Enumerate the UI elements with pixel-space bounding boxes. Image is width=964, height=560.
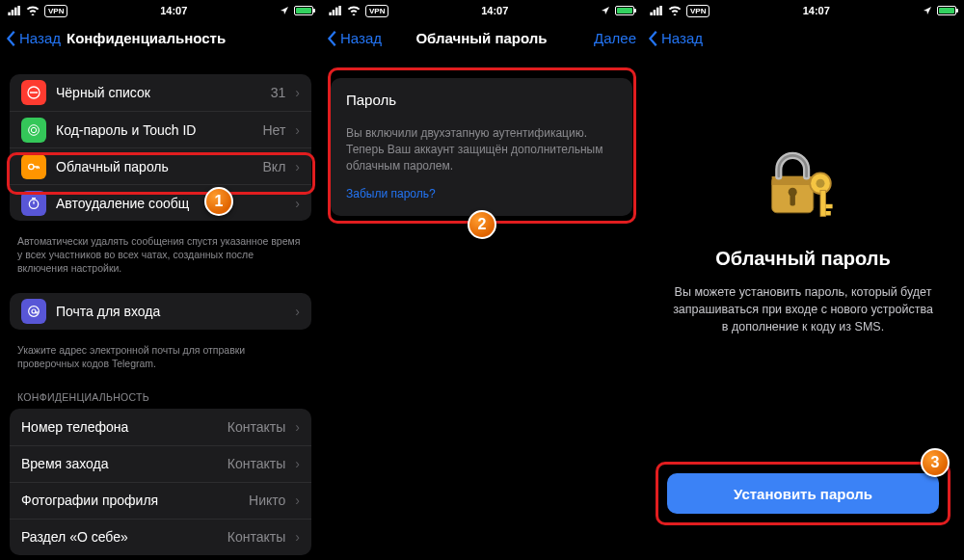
chevron-right-icon: ›: [295, 196, 300, 211]
row-bio[interactable]: Раздел «О себе» Контакты ›: [10, 519, 311, 555]
vpn-badge: VPN: [44, 5, 67, 17]
row-auto-delete[interactable]: Автоудаление сообщ ›: [10, 184, 311, 221]
next-button[interactable]: Далее: [594, 30, 636, 46]
row-value: Контакты: [228, 456, 285, 471]
row-value: Контакты: [228, 529, 285, 545]
svg-rect-32: [825, 204, 832, 209]
status-bar: VPN 14:07: [0, 0, 321, 21]
row-cloud-password[interactable]: Облачный пароль Вкл ›: [10, 147, 311, 184]
svg-rect-1: [12, 10, 13, 15]
lock-key-icon: [760, 142, 846, 228]
row-label: Фотографии профиля: [21, 493, 239, 508]
wifi-icon: [347, 6, 361, 15]
stop-icon: [21, 80, 46, 105]
chevron-right-icon: ›: [295, 456, 300, 471]
svg-rect-21: [650, 13, 653, 15]
nav-bar: Назад Облачный пароль Далее: [321, 21, 642, 55]
svg-point-6: [29, 124, 40, 135]
row-label: Код-пароль и Touch ID: [56, 122, 253, 138]
wifi-icon: [26, 6, 40, 15]
group-footer: Укажите адрес электронной почты для отпр…: [0, 339, 321, 378]
screen-cloud-password: VPN 14:07 Назад Облачный пароль Далее Па…: [321, 0, 642, 560]
privacy-group: Номер телефона Контакты › Время захода К…: [10, 409, 311, 555]
back-button[interactable]: Назад: [6, 30, 61, 47]
row-label: Номер телефона: [21, 419, 218, 435]
row-label: Чёрный список: [56, 85, 261, 100]
svg-rect-23: [656, 8, 659, 15]
row-value: Нет: [262, 122, 285, 138]
battery-icon: [615, 6, 634, 15]
back-button[interactable]: Назад: [648, 30, 703, 47]
back-label: Назад: [19, 30, 61, 46]
chevron-right-icon: ›: [295, 493, 300, 508]
svg-rect-33: [825, 211, 830, 216]
location-icon: [280, 6, 289, 15]
row-profile-photos[interactable]: Фотографии профиля Никто ›: [10, 482, 311, 519]
row-blacklist[interactable]: Чёрный список 31 ›: [10, 74, 311, 111]
row-passcode[interactable]: Код-пароль и Touch ID Нет ›: [10, 111, 311, 147]
card-text: Вы включили двухэтапную аутентификацию. …: [346, 125, 617, 173]
chevron-right-icon: ›: [295, 85, 300, 100]
svg-point-30: [817, 179, 825, 188]
svg-rect-22: [654, 10, 656, 15]
chevron-right-icon: ›: [295, 304, 300, 319]
svg-rect-24: [659, 6, 662, 15]
row-value: Контакты: [228, 419, 285, 435]
svg-rect-19: [335, 8, 338, 15]
nav-bar: Назад: [642, 21, 964, 55]
battery-icon: [937, 6, 956, 15]
screen-cloud-password-intro: VPN 14:07 Назад: [642, 0, 964, 560]
status-bar: VPN 14:07: [642, 0, 964, 21]
row-label: Раздел «О себе»: [21, 529, 218, 545]
row-phone-number[interactable]: Номер телефона Контакты ›: [10, 409, 311, 445]
at-icon: [21, 299, 46, 324]
row-value: Вкл: [263, 159, 286, 174]
back-label: Назад: [340, 30, 382, 46]
row-label: Почта для входа: [56, 304, 285, 319]
group-footer: Автоматически удалять сообщения спустя у…: [0, 230, 321, 283]
row-last-seen[interactable]: Время захода Контакты ›: [10, 445, 311, 482]
forgot-password-link[interactable]: Забыли пароль?: [346, 187, 617, 200]
security-group: Чёрный список 31 › Код-пароль и Touch ID…: [10, 74, 311, 221]
timer-icon: [21, 191, 46, 216]
status-time: 14:07: [481, 5, 508, 16]
group-header: КОНФИДЕНЦИАЛЬНОСТЬ: [0, 378, 321, 407]
vpn-badge: VPN: [365, 5, 388, 17]
svg-rect-0: [8, 13, 11, 15]
back-button[interactable]: Назад: [327, 30, 382, 47]
svg-rect-3: [17, 6, 20, 15]
location-icon: [923, 6, 932, 15]
nav-bar: Назад Конфиденциальность: [0, 21, 321, 55]
back-label: Назад: [661, 30, 703, 46]
svg-point-8: [29, 164, 34, 169]
battery-icon: [294, 6, 313, 15]
svg-rect-17: [329, 13, 332, 15]
svg-rect-18: [333, 10, 335, 15]
screen-privacy: VPN 14:07 Назад Конфиденциальность Чёрны…: [0, 0, 321, 560]
email-group: Почта для входа ›: [10, 293, 311, 330]
set-password-button[interactable]: Установить пароль: [667, 473, 939, 514]
location-icon: [601, 6, 610, 15]
row-value: Никто: [249, 493, 285, 508]
chevron-right-icon: ›: [295, 122, 300, 138]
svg-rect-2: [14, 8, 17, 15]
wifi-icon: [668, 6, 682, 15]
key-icon: [21, 154, 46, 179]
svg-point-7: [31, 127, 36, 132]
row-value: 31: [271, 85, 286, 100]
status-time: 14:07: [160, 5, 187, 16]
card-title: Пароль: [346, 92, 617, 108]
status-bar: VPN 14:07: [321, 0, 642, 21]
svg-rect-28: [790, 194, 795, 206]
row-label: Облачный пароль: [56, 159, 254, 174]
signal-icon: [8, 6, 21, 15]
row-login-email[interactable]: Почта для входа ›: [10, 293, 311, 330]
chevron-right-icon: ›: [295, 159, 300, 174]
page-title: Конфиденциальность: [67, 30, 226, 46]
svg-rect-20: [338, 6, 341, 15]
row-label: Время захода: [21, 456, 218, 471]
svg-rect-31: [820, 190, 825, 216]
signal-icon: [650, 6, 663, 15]
intro-title: Облачный пароль: [715, 248, 891, 270]
chevron-right-icon: ›: [295, 529, 300, 545]
